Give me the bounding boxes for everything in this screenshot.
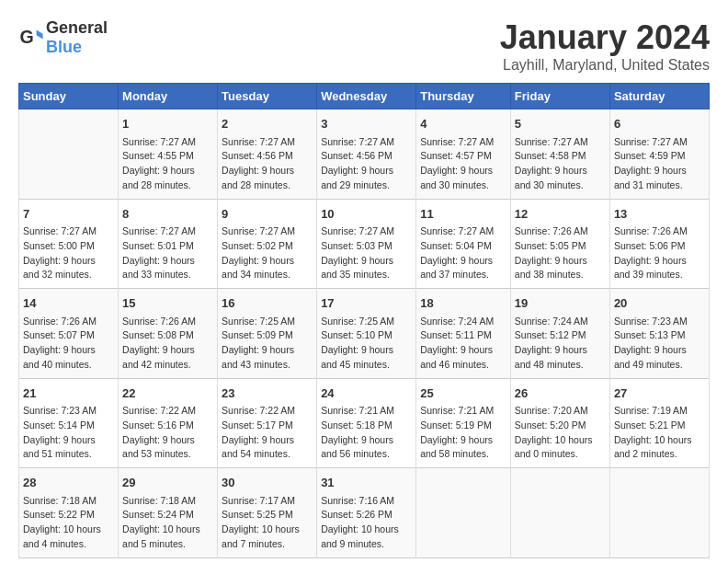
day-info: Sunrise: 7:27 AM Sunset: 4:59 PM Dayligh… [614,135,705,193]
calendar-cell: 14Sunrise: 7:26 AM Sunset: 5:07 PM Dayli… [19,289,119,379]
calendar-cell: 21Sunrise: 7:23 AM Sunset: 5:14 PM Dayli… [19,378,119,468]
day-number: 29 [122,474,213,492]
day-number: 24 [321,385,412,403]
logo-text: General Blue [46,18,108,57]
calendar-cell: 2Sunrise: 7:27 AM Sunset: 4:56 PM Daylig… [218,109,317,200]
day-info: Sunrise: 7:27 AM Sunset: 4:58 PM Dayligh… [515,135,606,193]
calendar-cell: 16Sunrise: 7:25 AM Sunset: 5:09 PM Dayli… [218,289,317,379]
day-info: Sunrise: 7:27 AM Sunset: 4:55 PM Dayligh… [122,135,213,193]
title-area: January 2024 Layhill, Maryland, United S… [500,18,710,74]
calendar-cell: 5Sunrise: 7:27 AM Sunset: 4:58 PM Daylig… [510,109,609,200]
calendar-cell: 11Sunrise: 7:27 AM Sunset: 5:04 PM Dayli… [416,199,511,289]
svg-marker-1 [37,30,43,40]
day-info: Sunrise: 7:21 AM Sunset: 5:18 PM Dayligh… [321,404,412,462]
calendar-cell [416,468,511,558]
logo-general: General [46,18,108,37]
logo-icon: G [18,25,44,51]
calendar-cell: 15Sunrise: 7:26 AM Sunset: 5:08 PM Dayli… [119,289,218,379]
calendar-cell: 12Sunrise: 7:26 AM Sunset: 5:05 PM Dayli… [510,199,609,289]
calendar-cell: 17Sunrise: 7:25 AM Sunset: 5:10 PM Dayli… [317,289,416,379]
calendar-cell: 4Sunrise: 7:27 AM Sunset: 4:57 PM Daylig… [416,109,511,200]
calendar-cell [19,109,119,200]
calendar-cell: 13Sunrise: 7:26 AM Sunset: 5:06 PM Dayli… [609,199,709,289]
day-number: 16 [222,294,313,313]
day-info: Sunrise: 7:22 AM Sunset: 5:17 PM Dayligh… [222,404,313,462]
day-number: 7 [23,205,114,224]
header-friday: Friday [510,84,609,109]
day-number: 18 [420,294,506,313]
calendar-cell: 22Sunrise: 7:22 AM Sunset: 5:16 PM Dayli… [119,378,218,468]
day-number: 23 [222,385,313,403]
calendar-cell: 27Sunrise: 7:19 AM Sunset: 5:21 PM Dayli… [609,378,709,468]
day-number: 9 [222,205,313,224]
calendar-cell: 3Sunrise: 7:27 AM Sunset: 4:56 PM Daylig… [317,109,416,200]
day-number: 31 [321,474,412,492]
calendar-cell: 1Sunrise: 7:27 AM Sunset: 4:55 PM Daylig… [119,109,218,200]
calendar-cell [510,468,609,558]
day-info: Sunrise: 7:23 AM Sunset: 5:13 PM Dayligh… [614,315,705,373]
calendar-table: SundayMondayTuesdayWednesdayThursdayFrid… [18,83,710,558]
logo-blue: Blue [46,38,82,56]
day-info: Sunrise: 7:27 AM Sunset: 5:02 PM Dayligh… [222,224,313,282]
week-row-1: 7Sunrise: 7:27 AM Sunset: 5:00 PM Daylig… [19,199,710,289]
header-tuesday: Tuesday [218,84,317,109]
day-number: 17 [321,294,412,313]
day-number: 3 [321,115,412,133]
calendar-cell: 24Sunrise: 7:21 AM Sunset: 5:18 PM Dayli… [317,378,416,468]
day-number: 4 [420,115,506,133]
day-info: Sunrise: 7:24 AM Sunset: 5:11 PM Dayligh… [420,315,506,373]
calendar-cell: 25Sunrise: 7:21 AM Sunset: 5:19 PM Dayli… [416,378,511,468]
day-number: 1 [122,115,213,133]
day-info: Sunrise: 7:18 AM Sunset: 5:22 PM Dayligh… [23,494,114,552]
day-number: 11 [420,205,506,224]
calendar-cell: 10Sunrise: 7:27 AM Sunset: 5:03 PM Dayli… [317,199,416,289]
header-thursday: Thursday [416,84,511,109]
day-number: 26 [515,385,606,403]
calendar-cell: 20Sunrise: 7:23 AM Sunset: 5:13 PM Dayli… [609,289,709,379]
day-info: Sunrise: 7:19 AM Sunset: 5:21 PM Dayligh… [614,404,705,462]
calendar-cell [609,468,709,558]
calendar-cell: 7Sunrise: 7:27 AM Sunset: 5:00 PM Daylig… [19,199,119,289]
day-info: Sunrise: 7:27 AM Sunset: 4:56 PM Dayligh… [222,135,313,193]
logo: G General Blue [18,18,108,57]
day-number: 22 [122,385,213,403]
week-row-3: 21Sunrise: 7:23 AM Sunset: 5:14 PM Dayli… [19,378,710,468]
calendar-header-row: SundayMondayTuesdayWednesdayThursdayFrid… [19,84,710,109]
page-header: G General Blue January 2024 Layhill, Mar… [18,18,710,74]
svg-text:G: G [19,27,33,47]
calendar-cell: 9Sunrise: 7:27 AM Sunset: 5:02 PM Daylig… [218,199,317,289]
day-info: Sunrise: 7:27 AM Sunset: 5:01 PM Dayligh… [122,224,213,282]
week-row-2: 14Sunrise: 7:26 AM Sunset: 5:07 PM Dayli… [19,289,710,379]
calendar-cell: 23Sunrise: 7:22 AM Sunset: 5:17 PM Dayli… [218,378,317,468]
day-info: Sunrise: 7:22 AM Sunset: 5:16 PM Dayligh… [122,404,213,462]
day-number: 2 [222,115,313,133]
day-info: Sunrise: 7:27 AM Sunset: 5:03 PM Dayligh… [321,224,412,282]
day-number: 20 [614,294,705,313]
week-row-0: 1Sunrise: 7:27 AM Sunset: 4:55 PM Daylig… [19,109,710,200]
calendar-cell: 19Sunrise: 7:24 AM Sunset: 5:12 PM Dayli… [510,289,609,379]
calendar-cell: 26Sunrise: 7:20 AM Sunset: 5:20 PM Dayli… [510,378,609,468]
calendar-cell: 6Sunrise: 7:27 AM Sunset: 4:59 PM Daylig… [609,109,709,200]
day-number: 21 [23,385,114,403]
day-number: 12 [515,205,606,224]
day-info: Sunrise: 7:24 AM Sunset: 5:12 PM Dayligh… [515,315,606,373]
day-info: Sunrise: 7:26 AM Sunset: 5:05 PM Dayligh… [515,224,606,282]
week-row-4: 28Sunrise: 7:18 AM Sunset: 5:22 PM Dayli… [19,468,710,558]
day-number: 6 [614,115,705,133]
day-info: Sunrise: 7:21 AM Sunset: 5:19 PM Dayligh… [420,404,506,462]
header-sunday: Sunday [19,84,119,109]
header-wednesday: Wednesday [317,84,416,109]
day-number: 28 [23,474,114,492]
location: Layhill, Maryland, United States [500,57,710,74]
day-number: 25 [420,385,506,403]
day-info: Sunrise: 7:26 AM Sunset: 5:06 PM Dayligh… [614,224,705,282]
calendar-cell: 30Sunrise: 7:17 AM Sunset: 5:25 PM Dayli… [218,468,317,558]
day-info: Sunrise: 7:26 AM Sunset: 5:07 PM Dayligh… [23,315,114,373]
day-number: 10 [321,205,412,224]
day-number: 14 [23,294,114,313]
calendar-cell: 31Sunrise: 7:16 AM Sunset: 5:26 PM Dayli… [317,468,416,558]
day-number: 27 [614,385,705,403]
header-saturday: Saturday [609,84,709,109]
day-number: 30 [222,474,313,492]
header-monday: Monday [119,84,218,109]
